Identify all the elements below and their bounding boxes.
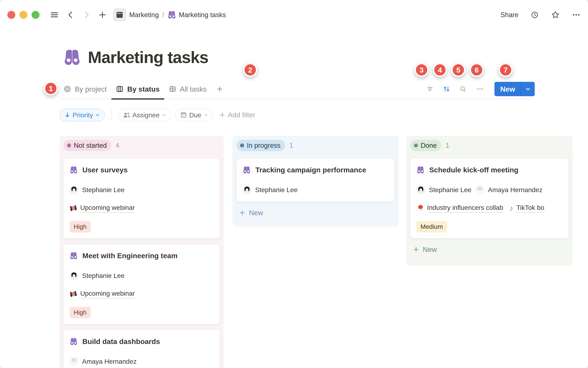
breadcrumb-separator: / (162, 11, 164, 19)
annotation-badge-7: 7 (499, 63, 513, 77)
priority-tag: High (69, 221, 91, 232)
add-card-button-done[interactable]: New (413, 245, 569, 254)
people-icon (123, 111, 131, 119)
page-title[interactable]: Marketing tasks (88, 48, 208, 67)
new-button[interactable]: New (494, 82, 535, 96)
annotation-badge-6: 6 (470, 63, 484, 77)
tab-all-tasks[interactable]: All tasks (169, 79, 207, 99)
annotation-badge-1: 1 (44, 81, 58, 95)
related-project-link[interactable]: TikTok bo (516, 204, 544, 213)
accordion-icon (69, 204, 77, 212)
related-project-link[interactable]: Industry influencers collab (427, 204, 503, 213)
tab-label: By project (75, 85, 107, 93)
assignee-name: Stephanie Lee (429, 186, 471, 194)
assignee-name: Amaya Hernandez (488, 186, 542, 194)
table-icon (169, 85, 177, 93)
new-button-label[interactable]: New (494, 82, 521, 96)
assignee-pill-label: Assignee (133, 111, 160, 119)
more-options-icon[interactable] (572, 10, 581, 19)
add-view-button[interactable] (216, 79, 223, 99)
new-page-icon[interactable] (98, 10, 107, 19)
add-card-button-in-progress[interactable]: New (239, 209, 395, 217)
binoculars-icon (69, 252, 78, 260)
binoculars-icon (242, 166, 251, 174)
annotation-badge-5: 5 (451, 63, 465, 77)
status-pill-not-started[interactable]: Not started (63, 140, 111, 151)
annotation-badge-4: 4 (433, 63, 447, 77)
task-card-meet-engineering[interactable]: Meet with Engineering team Stephanie Lee… (63, 244, 220, 324)
favorite-star-icon[interactable] (551, 10, 560, 19)
card-title: Tracking campaign performance (255, 165, 366, 175)
task-card-build-dashboards[interactable]: Build data dashboards Amaya Hernandez (63, 330, 220, 368)
status-pill-in-progress[interactable]: In progress (236, 140, 285, 151)
tab-by-project[interactable]: By project (63, 79, 107, 99)
history-clock-icon[interactable] (530, 10, 539, 19)
filter-icon[interactable] (426, 85, 434, 93)
status-dot (67, 143, 71, 147)
filter-divider (111, 109, 112, 121)
status-label: Done (421, 142, 437, 149)
board-icon (116, 85, 124, 93)
column-count: 4 (116, 142, 119, 149)
card-title: User surveys (82, 165, 127, 175)
sort-priority-pill[interactable]: Priority (59, 109, 105, 121)
calendar-icon (180, 111, 187, 119)
chevron-down-icon (525, 86, 531, 92)
assignee-name: Amaya Hernandez (82, 358, 137, 365)
binoculars-icon (416, 166, 425, 174)
chevron-down-icon (95, 112, 100, 118)
annotation-badge-3: 3 (414, 63, 429, 77)
board-column-not-started: Not started 4 User surveys Stephanie Lee… (59, 136, 224, 368)
related-project-link[interactable]: Upcoming webinar (80, 290, 135, 298)
plus-icon (219, 112, 226, 118)
status-label: In progress (247, 142, 280, 149)
add-card-label: New (423, 245, 437, 254)
assignee-filter-pill[interactable]: Assignee (118, 109, 171, 121)
breadcrumb-teamspace[interactable]: Marketing (129, 11, 159, 19)
window-controls (7, 11, 39, 19)
avatar (416, 185, 425, 194)
add-filter-label: Add filter (228, 111, 255, 119)
filter-bar: Priority Assignee Due Add filter (59, 109, 255, 122)
sidebar-menu-icon[interactable] (50, 10, 59, 19)
forward-icon[interactable] (82, 10, 91, 19)
zoom-window-button[interactable] (31, 11, 39, 19)
related-project-link[interactable]: Upcoming webinar (80, 204, 135, 213)
breadcrumb-page[interactable]: Marketing tasks (167, 10, 226, 19)
plus-icon (239, 209, 246, 216)
add-filter-button[interactable]: Add filter (219, 111, 255, 119)
status-label: Not started (74, 142, 107, 149)
board-column-done: Done 1 Schedule kick-off meeting Stephan… (406, 136, 573, 266)
plus-icon (413, 246, 419, 253)
due-filter-pill[interactable]: Due (175, 109, 213, 121)
sort-pill-label: Priority (73, 111, 93, 119)
notion-window: Marketing / Marketing tasks Share Market… (0, 0, 588, 368)
search-icon[interactable] (459, 85, 467, 93)
avatar (69, 185, 78, 194)
binoculars-icon (167, 10, 176, 19)
breadcrumb: Marketing / Marketing tasks (113, 8, 226, 21)
tab-by-status[interactable]: By status (116, 79, 160, 99)
card-title: Build data dashboards (82, 337, 160, 346)
assignee-name: Stephanie Lee (82, 272, 125, 279)
view-more-icon[interactable] (476, 85, 484, 93)
close-window-button[interactable] (7, 11, 15, 19)
chevron-down-icon (203, 112, 208, 118)
status-pill-done[interactable]: Done (410, 140, 441, 151)
task-card-tracking-campaign[interactable]: Tracking campaign performance Stephanie … (236, 158, 395, 202)
minimize-window-button[interactable] (19, 11, 27, 19)
board-column-in-progress: In progress 1 Tracking campaign performa… (232, 136, 399, 227)
view-toolbar: New (426, 79, 535, 99)
window-top-bar: Marketing / Marketing tasks Share (0, 0, 588, 30)
music-note-icon: ♪ (509, 204, 513, 212)
share-button[interactable]: Share (501, 11, 519, 19)
teamspace-icon[interactable] (113, 8, 126, 21)
page-icon-binoculars[interactable] (63, 48, 81, 66)
sort-icon[interactable] (443, 85, 450, 93)
due-pill-label: Due (189, 111, 201, 119)
task-card-user-surveys[interactable]: User surveys Stephanie Lee Upcoming webi… (63, 158, 220, 239)
task-card-kickoff-meeting[interactable]: Schedule kick-off meeting Stephanie Lee … (410, 158, 569, 239)
chevron-down-icon (161, 112, 167, 118)
new-button-dropdown[interactable] (521, 82, 535, 96)
back-icon[interactable] (66, 10, 75, 19)
